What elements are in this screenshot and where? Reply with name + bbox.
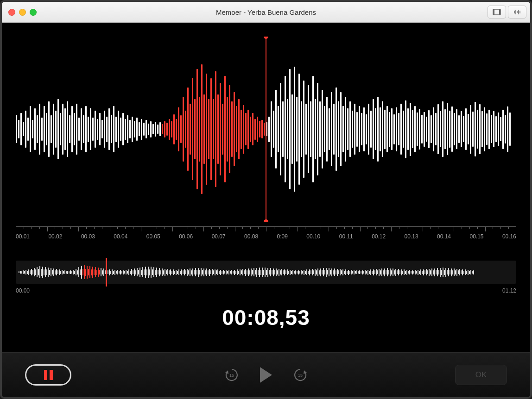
- window-title: Memoer - Yerba Buena Gardens: [2, 8, 530, 16]
- skip-forward-15-button[interactable]: 15: [293, 368, 307, 382]
- overview-bar: [119, 271, 120, 274]
- overview-bar: [354, 270, 355, 274]
- overview-bar: [463, 271, 464, 274]
- waveform-bar: [222, 104, 223, 155]
- waveform-bar: [115, 117, 117, 142]
- svg-marker-10: [304, 370, 307, 374]
- overview-bar: [201, 268, 202, 276]
- playhead[interactable]: [266, 37, 266, 222]
- overview-bar: [287, 269, 288, 275]
- waveform-bar: [97, 119, 98, 140]
- overview-bar: [170, 269, 171, 275]
- waveform-bar: [465, 108, 467, 150]
- overview-bar: [345, 269, 346, 275]
- ruler-label: 00.13: [405, 233, 418, 240]
- overview-bar: [294, 271, 295, 274]
- overview-bar: [128, 269, 129, 275]
- overview-bar: [310, 270, 311, 274]
- overview-bar: [454, 268, 455, 276]
- overview-bar: [277, 270, 278, 274]
- overview-bar: [110, 271, 111, 274]
- overview-bar: [291, 271, 292, 274]
- waveform-bar: [78, 118, 80, 141]
- waveform-bar: [479, 104, 481, 154]
- waveform-bar: [113, 106, 114, 152]
- waveform-bar: [417, 112, 418, 146]
- overview-bar: [184, 269, 185, 275]
- waveform-bar: [51, 115, 52, 143]
- waveform-bar: [458, 115, 460, 143]
- overview-bar: [252, 270, 253, 274]
- pause-icon: [44, 370, 53, 380]
- overview-bar: [391, 270, 392, 274]
- record-pause-button[interactable]: [25, 364, 71, 386]
- overview-bar: [379, 269, 380, 276]
- overview-bar: [45, 267, 46, 277]
- waveform-bar: [484, 107, 485, 151]
- waveform-bar: [463, 116, 464, 142]
- overview-bar: [309, 269, 310, 275]
- overview-bar: [267, 268, 268, 277]
- waveform-bar: [303, 81, 304, 178]
- overview-bar: [223, 270, 224, 274]
- overview-bar: [59, 269, 60, 275]
- overview-bar: [334, 268, 335, 276]
- overview-bar: [149, 269, 150, 275]
- waveform-bar: [132, 117, 133, 142]
- overview-bar: [89, 266, 90, 278]
- ruler-label: 00.06: [179, 233, 193, 240]
- overview-bar: [306, 269, 307, 275]
- play-button[interactable]: [260, 367, 272, 383]
- ruler-label: 00.14: [437, 233, 451, 240]
- waveform-bar: [431, 115, 432, 143]
- skip-back-15-button[interactable]: 15: [225, 368, 239, 382]
- time-ruler[interactable]: 00.0100.0200.0300.0400.0500.0600.0700.08…: [16, 226, 516, 248]
- overview-bar: [422, 271, 423, 274]
- enhance-button[interactable]: [508, 6, 526, 19]
- overview-bar: [199, 270, 200, 274]
- minimize-window-button[interactable]: [19, 9, 26, 16]
- waveform-bar: [164, 121, 165, 137]
- overview-bar: [220, 270, 221, 275]
- zoom-window-button[interactable]: [30, 9, 37, 16]
- waveform-bar: [352, 111, 353, 148]
- waveform-bar: [104, 111, 105, 148]
- waveform-bar: [338, 101, 339, 157]
- waveform-bar: [296, 97, 298, 162]
- overview-playhead[interactable]: [106, 258, 107, 287]
- waveform-bar: [461, 111, 462, 147]
- ok-button[interactable]: OK: [455, 365, 507, 385]
- trim-button[interactable]: [488, 6, 506, 19]
- overview-bar: [222, 271, 222, 274]
- timecode-display: 00:08,53: [16, 305, 516, 330]
- overview-bar: [367, 270, 368, 275]
- waveform-bar: [345, 97, 346, 162]
- waveform-main[interactable]: [16, 37, 516, 222]
- waveform-overview[interactable]: [16, 261, 516, 284]
- overview-bar: [398, 269, 399, 275]
- overview-bar: [178, 269, 179, 275]
- overview-bar: [158, 270, 158, 274]
- waveform-bar: [498, 112, 499, 146]
- overview-bar: [298, 270, 299, 274]
- overview-bar: [135, 270, 136, 274]
- ruler-label: 00.05: [146, 233, 160, 240]
- close-window-button[interactable]: [8, 9, 15, 16]
- overview-bar: [302, 271, 303, 274]
- overview-bar: [63, 271, 64, 274]
- waveform-bar: [428, 110, 430, 148]
- waveform-bar: [122, 113, 124, 145]
- overview-bar: [404, 269, 405, 275]
- overview-bar: [455, 270, 456, 274]
- waveform-bar: [134, 121, 135, 137]
- overview-bar: [155, 270, 156, 275]
- waveform-bar: [359, 106, 360, 152]
- waveform-bar: [507, 106, 508, 152]
- overview-bar: [169, 270, 170, 274]
- overview-bar: [226, 270, 227, 274]
- waveform-bar: [310, 101, 311, 157]
- overview-bar: [57, 270, 58, 274]
- overview-bar: [126, 270, 127, 274]
- waveform-bar: [315, 99, 316, 159]
- overview-bar: [381, 268, 382, 276]
